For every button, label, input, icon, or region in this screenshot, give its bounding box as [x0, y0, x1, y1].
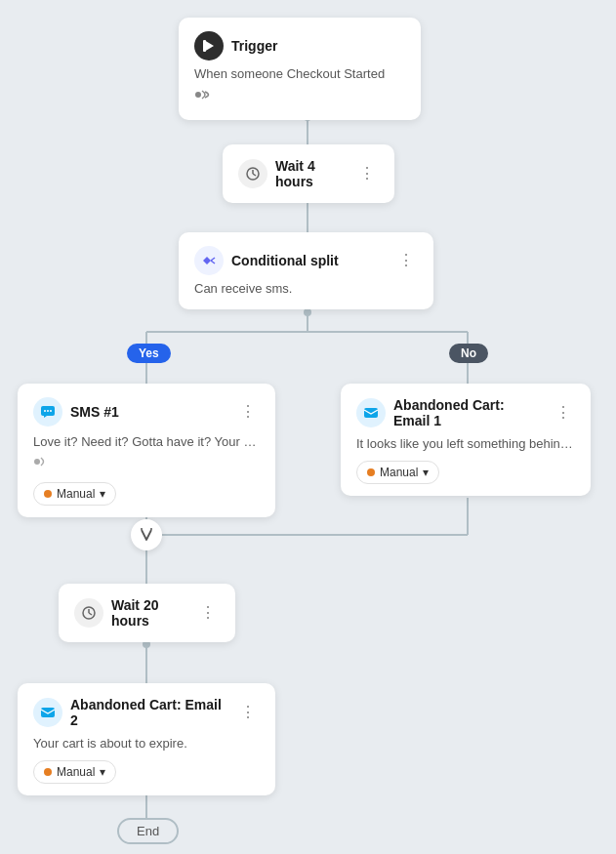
wait2-header: Wait 20 hours ⋮ — [74, 597, 220, 629]
svg-rect-19 — [203, 40, 206, 52]
sms1-card: SMS #1 ⋮ Love it? Need it? Gotta have it… — [18, 384, 275, 517]
email1-header: Abandoned Cart: Email 1 ⋮ — [356, 397, 575, 428]
sms1-title: SMS #1 — [70, 404, 228, 420]
email2-body: Your cart is about to expire. — [33, 736, 260, 751]
email1-title: Abandoned Cart: Email 1 — [393, 397, 544, 428]
trigger-subtitle: When someone Checkout Started — [194, 66, 405, 81]
merge-node — [131, 519, 162, 550]
email2-card: Abandoned Cart: Email 2 ⋮ Your cart is a… — [18, 683, 275, 795]
svg-line-25 — [211, 261, 215, 264]
sms1-manual-button[interactable]: Manual ▾ — [33, 482, 116, 506]
email1-status-dot — [367, 468, 375, 476]
svg-point-30 — [34, 459, 40, 465]
email1-dropdown-icon: ▾ — [423, 466, 429, 479]
svg-point-29 — [50, 410, 52, 412]
conditional-subtitle: Can receive sms. — [194, 281, 418, 296]
email2-dropdown-icon: ▾ — [100, 765, 105, 779]
sms1-body: Love it? Need it? Gotta have it? Your ca… — [33, 434, 260, 449]
end-node: End — [117, 818, 179, 844]
trigger-badge-area — [194, 87, 405, 106]
sms1-icon — [33, 397, 62, 427]
email2-header: Abandoned Cart: Email 2 ⋮ — [33, 697, 260, 728]
wait1-icon — [238, 159, 267, 188]
conditional-icon — [194, 246, 224, 275]
trigger-header: Trigger — [194, 31, 405, 61]
sms1-header: SMS #1 ⋮ — [33, 397, 260, 427]
svg-point-27 — [44, 410, 46, 412]
svg-point-28 — [47, 410, 49, 412]
sms1-icon-row — [33, 455, 260, 472]
flow-canvas: Trigger When someone Checkout Started Wa… — [0, 0, 616, 854]
email2-icon — [33, 698, 62, 727]
wait1-card: Wait 4 hours ⋮ — [223, 144, 394, 203]
sms1-manual-label: Manual — [57, 487, 95, 501]
conditional-menu-button[interactable]: ⋮ — [394, 251, 418, 270]
wait2-menu-button[interactable]: ⋮ — [196, 603, 220, 623]
email1-manual-label: Manual — [380, 466, 418, 479]
svg-point-5 — [304, 308, 311, 316]
sms1-menu-button[interactable]: ⋮ — [236, 402, 260, 422]
email1-body: It looks like you left something behind.… — [356, 436, 575, 451]
svg-line-23 — [253, 174, 256, 176]
svg-point-20 — [195, 92, 201, 98]
yes-badge: Yes — [127, 344, 171, 363]
email2-status-dot — [44, 768, 52, 776]
conditional-header: Conditional split ⋮ — [194, 246, 418, 275]
sms1-status-dot — [44, 490, 52, 498]
trigger-title: Trigger — [231, 38, 405, 54]
svg-rect-31 — [364, 408, 378, 418]
email1-manual-button[interactable]: Manual ▾ — [356, 461, 439, 484]
wait2-title: Wait 20 hours — [111, 597, 188, 629]
svg-rect-37 — [41, 708, 55, 717]
wait1-menu-button[interactable]: ⋮ — [355, 164, 379, 183]
no-badge: No — [449, 344, 488, 363]
wait2-icon — [74, 598, 103, 628]
email1-menu-button[interactable]: ⋮ — [552, 403, 575, 423]
trigger-icon — [194, 31, 224, 61]
email2-title: Abandoned Cart: Email 2 — [70, 697, 228, 728]
sms1-dropdown-icon: ▾ — [100, 487, 105, 501]
wait2-card: Wait 20 hours ⋮ — [59, 584, 235, 642]
email1-icon — [356, 398, 386, 427]
wait1-header: Wait 4 hours ⋮ — [238, 158, 379, 189]
svg-line-36 — [89, 613, 92, 615]
email1-card: Abandoned Cart: Email 1 ⋮ It looks like … — [341, 384, 591, 496]
trigger-card: Trigger When someone Checkout Started — [179, 18, 421, 120]
conditional-card: Conditional split ⋮ Can receive sms. — [179, 232, 433, 309]
wait1-title: Wait 4 hours — [275, 158, 348, 189]
email2-manual-button[interactable]: Manual ▾ — [33, 760, 116, 784]
conditional-title: Conditional split — [231, 253, 387, 268]
email2-menu-button[interactable]: ⋮ — [236, 703, 260, 722]
email2-manual-label: Manual — [57, 765, 95, 779]
